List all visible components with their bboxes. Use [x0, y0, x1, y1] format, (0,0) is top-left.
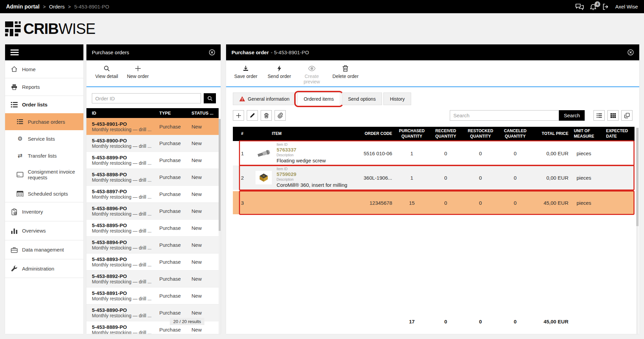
sidebar-item-service-lists[interactable]: ⚙ Service lists	[5, 130, 83, 147]
breadcrumb-app[interactable]: Admin portal	[6, 4, 40, 10]
logout-icon[interactable]	[602, 3, 609, 10]
sidebar-item-scheduled-scripts[interactable]: Scheduled scripts	[5, 185, 83, 202]
delete-item-button[interactable]	[261, 110, 272, 121]
sidebar-item-overviews[interactable]: Overviews	[5, 221, 83, 240]
order-list-row[interactable]: 5-453-8891-POMonthly restocking — drill …	[86, 287, 219, 304]
order-type: Purchase	[159, 276, 192, 282]
item-row[interactable]: 2 Item ID 5759029 Description CoroMill® …	[233, 165, 635, 190]
order-list-row[interactable]: 5-453-8894-POMonthly restocking — drill …	[86, 237, 219, 254]
items-search-button[interactable]: Search	[559, 110, 585, 121]
column-total-price[interactable]: TOTAL PRICE	[532, 130, 571, 138]
top-bar: Admin portal > Orders > 5-453-8901-PO 4	[0, 0, 644, 13]
items-search-input[interactable]	[450, 110, 559, 121]
eye-icon	[308, 65, 316, 72]
new-order-button[interactable]: New order	[127, 65, 149, 86]
tab-history[interactable]: History	[383, 93, 411, 105]
breadcrumb-orders[interactable]: Orders	[49, 4, 65, 9]
sidebar-item-order-lists[interactable]: Order lists	[5, 96, 83, 113]
order-search-button[interactable]	[204, 93, 216, 103]
orders-actions-row: View detail New order	[86, 60, 221, 87]
sidebar-item-administration[interactable]: Administration	[5, 259, 83, 278]
column-type[interactable]: TYPE	[159, 111, 192, 116]
sidebar-item-label: Transfer lists	[28, 153, 57, 159]
order-list-row-selected[interactable]: 5-453-8901-POMonthly restocking — drill …	[86, 118, 219, 135]
order-subtitle: Monthly restocking — drill ...	[92, 279, 159, 284]
scrollbar-thumb[interactable]	[636, 128, 639, 226]
purchase-orders-panel: Purchase orders View detail New order ID…	[86, 44, 221, 334]
tab-ordered-items[interactable]: Ordered items	[297, 93, 340, 105]
breadcrumb-divider: >	[68, 4, 71, 9]
items-toolbar: Search	[233, 110, 632, 121]
column-canceled-quantity[interactable]: CANCELED QUANTITY	[498, 127, 532, 140]
order-list-row[interactable]: 5-453-8897-POMonthly restocking — drill …	[86, 186, 219, 203]
notifications-bell-icon[interactable]: 4	[590, 3, 596, 10]
order-status: New	[192, 310, 219, 316]
user-name[interactable]: Axel Wise	[615, 4, 638, 9]
item-row[interactable]: 1 Item ID 5763337 Description Floating w…	[233, 141, 635, 165]
column-received-quantity[interactable]: RECEIVED QUANTITY	[429, 127, 463, 140]
calendar-icon	[17, 191, 23, 197]
tab-label: General information	[248, 96, 289, 102]
table-view-button[interactable]	[607, 110, 619, 121]
order-list-row[interactable]: 5-453-8892-POMonthly restocking — drill …	[86, 271, 219, 287]
close-icon[interactable]	[209, 49, 215, 56]
scrollbar[interactable]	[636, 128, 639, 334]
item-row-selected[interactable]: 3 12345678 15 0 0 0 45,00 EUR pieces	[233, 191, 635, 214]
tab-general-information[interactable]: General information	[233, 93, 296, 105]
column-num[interactable]: #	[233, 130, 251, 138]
item-canceled: 0	[498, 151, 532, 156]
list-view-button[interactable]	[593, 110, 605, 121]
edit-item-button[interactable]	[247, 110, 258, 121]
order-list-row[interactable]: 5-453-8898-POMonthly restocking — drill …	[86, 169, 219, 186]
column-purchased-quantity[interactable]: PURCHASED QUANTITY	[395, 127, 429, 140]
item-id-link[interactable]: 5763337	[277, 147, 326, 153]
column-status[interactable]: STATUS ...	[192, 111, 219, 116]
add-item-button[interactable]	[233, 110, 244, 121]
scrollbar[interactable]	[219, 119, 221, 334]
column-expected-date[interactable]: EXPECTED DATE	[603, 127, 635, 140]
sidebar-item-transfer-lists[interactable]: ⇄ Transfer lists	[5, 147, 83, 164]
view-detail-button[interactable]: View detail	[95, 65, 118, 86]
column-item[interactable]: ITEM	[251, 130, 351, 138]
sidebar-item-home[interactable]: Home	[5, 60, 83, 78]
order-id: 5-453-8893-PO	[92, 256, 159, 262]
column-restocked-quantity[interactable]: RESTOCKED QUANTITY	[463, 127, 498, 140]
column-order-code[interactable]: ORDER CODE	[351, 130, 395, 138]
menu-icon[interactable]	[11, 49, 19, 56]
delete-order-button[interactable]: Delete order	[333, 65, 359, 86]
item-id-link[interactable]: 5759029	[277, 171, 347, 178]
total-canceled: 0	[498, 319, 532, 324]
trash-icon	[342, 65, 348, 72]
item-order-code: 5516 010-06	[351, 151, 395, 156]
copy-button[interactable]	[621, 110, 632, 121]
order-list-row[interactable]: 5-453-8895-POMonthly restocking — drill …	[86, 220, 219, 237]
sidebar-item-purchase-orders[interactable]: Purchase orders	[5, 113, 83, 130]
sidebar-item-label: Overviews	[22, 228, 46, 234]
save-order-button[interactable]: Save order	[234, 65, 257, 86]
sidebar-item-consignment-invoice-requests[interactable]: Consignment invoice requests	[5, 164, 83, 185]
scrollbar-thumb[interactable]	[219, 119, 221, 231]
item-order-code: 12345678	[351, 200, 395, 206]
order-status: New	[192, 225, 219, 231]
column-id[interactable]: ID	[86, 111, 159, 116]
item-row-number: 3	[233, 200, 251, 206]
close-icon[interactable]	[627, 49, 634, 56]
order-id-input[interactable]	[92, 93, 201, 103]
paperclip-icon	[277, 113, 283, 118]
column-unit-of-measure[interactable]: UNIT OF MEASURE	[571, 127, 603, 140]
action-label: View detail	[95, 74, 118, 79]
attach-file-button[interactable]	[275, 110, 286, 121]
order-list-row[interactable]: 5-453-8899-POMonthly restocking — drill …	[86, 152, 219, 169]
item-received: 0	[429, 151, 463, 156]
tab-send-options[interactable]: Send options	[342, 93, 382, 105]
order-list-row[interactable]: 5-453-8893-POMonthly restocking — drill …	[86, 254, 219, 271]
order-list-row[interactable]: 5-453-8896-POMonthly restocking — drill …	[86, 203, 219, 220]
chat-icon[interactable]	[575, 3, 584, 10]
order-list-row[interactable]: 5-453-8900-POMonthly restocking — drill …	[86, 135, 219, 152]
send-order-button[interactable]: Send order	[267, 65, 291, 86]
sidebar-item-reports[interactable]: Reports	[5, 78, 83, 96]
sidebar-item-inventory[interactable]: Inventory	[5, 202, 83, 221]
order-subtitle: Monthly restocking — drill ...	[92, 313, 159, 318]
order-search-row	[86, 87, 221, 108]
sidebar-item-data-management[interactable]: Data management	[5, 240, 83, 259]
